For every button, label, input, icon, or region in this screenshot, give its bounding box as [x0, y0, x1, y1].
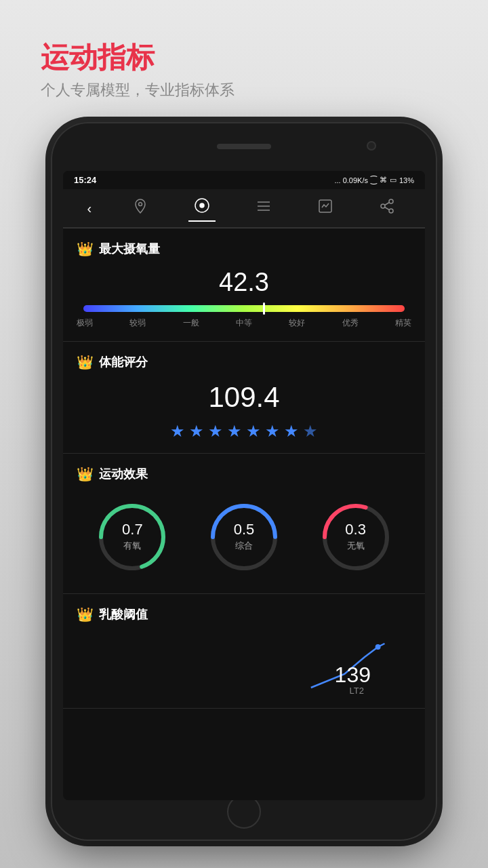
svg-point-9: [389, 209, 393, 213]
star-6: ★: [265, 422, 280, 441]
comprehensive-center: 0.5 综合: [234, 522, 255, 552]
vo2max-value: 42.3: [77, 268, 411, 297]
comprehensive-circle-container: 0.5 综合: [207, 500, 281, 574]
phone-frame: 15:24 ... 0.09K/s ⁐ ⌘ ▭ 13% ‹: [51, 122, 437, 841]
phone-screen: 15:24 ... 0.09K/s ⁐ ⌘ ▭ 13% ‹: [63, 171, 425, 800]
exercise-effect-section: 👑 运动效果 0.7 有氧: [63, 454, 425, 594]
aerobic-circle: 0.7 有氧: [95, 500, 169, 574]
fitness-score-value: 109.4: [77, 381, 411, 414]
svg-line-10: [385, 208, 390, 210]
svg-point-2: [200, 203, 204, 208]
label-5: 优秀: [342, 317, 359, 329]
star-1: ★: [170, 422, 185, 441]
nav-chart-icon[interactable]: [312, 195, 339, 221]
aerobic-label: 有氧: [122, 540, 143, 552]
star-8: ★: [303, 422, 318, 441]
lactate-threshold-label: LT2: [350, 686, 364, 696]
gradient-labels: 极弱 较弱 一般 中等 较好 优秀 精英: [77, 317, 411, 329]
status-bar: 15:24 ... 0.09K/s ⁐ ⌘ ▭ 13%: [63, 171, 425, 189]
nav-list-icon[interactable]: [250, 195, 277, 221]
comprehensive-circle: 0.5 综合: [207, 500, 281, 574]
wifi-icon: ⌘: [380, 176, 387, 184]
battery-icon: ▭: [390, 176, 396, 184]
lactate-chart-area: 139 LT2: [77, 633, 411, 701]
comprehensive-label: 综合: [234, 540, 255, 552]
stars-row: ★ ★ ★ ★ ★ ★ ★ ★: [77, 422, 411, 441]
app-subtitle: 个人专属模型，专业指标体系: [41, 80, 235, 100]
anaerobic-circle-container: 0.3 无氧: [319, 500, 393, 574]
app-title: 运动指标: [41, 41, 235, 75]
lactate-section: 👑 乳酸阈值 139 LT2: [63, 594, 425, 709]
svg-point-18: [375, 644, 381, 650]
phone-speaker: [217, 144, 271, 149]
bluetooth-icon: ⁐: [371, 176, 377, 184]
lactate-value: 139: [335, 663, 371, 688]
back-button[interactable]: ‹: [87, 201, 92, 216]
anaerobic-value: 0.3: [345, 522, 366, 537]
crown-icon-vo2max: 👑: [77, 241, 94, 257]
star-3: ★: [208, 422, 223, 441]
nav-share-icon[interactable]: [373, 195, 401, 221]
comprehensive-value: 0.5: [234, 522, 255, 537]
star-4: ★: [227, 422, 242, 441]
star-5: ★: [246, 422, 261, 441]
label-1: 较弱: [129, 317, 146, 329]
screen-content[interactable]: 👑 最大摄氧量 42.3 极弱 较弱 一般 中等 较好 优秀 精英: [63, 229, 425, 797]
anaerobic-label: 无氧: [345, 540, 366, 552]
crown-icon-fitness: 👑: [77, 354, 94, 370]
vo2max-title: 👑 最大摄氧量: [77, 241, 411, 257]
network-status: ... 0.09K/s: [334, 176, 368, 184]
label-6: 精英: [395, 317, 411, 329]
vo2max-section: 👑 最大摄氧量 42.3 极弱 较弱 一般 中等 较好 优秀 精英: [63, 229, 425, 342]
anaerobic-center: 0.3 无氧: [345, 522, 366, 552]
fitness-score-section: 👑 体能评分 109.4 ★ ★ ★ ★ ★ ★ ★ ★: [63, 342, 425, 454]
crown-icon-lactate: 👑: [77, 606, 94, 623]
aerobic-center: 0.7 有氧: [122, 522, 143, 552]
aerobic-circle-container: 0.7 有氧: [95, 500, 169, 574]
svg-line-11: [385, 203, 390, 205]
anaerobic-circle: 0.3 无氧: [319, 500, 393, 574]
label-3: 中等: [236, 317, 252, 329]
phone-camera: [367, 141, 376, 151]
fitness-score-title: 👑 体能评分: [77, 354, 411, 370]
nav-bar: ‹: [63, 189, 425, 229]
status-time: 15:24: [74, 175, 96, 185]
label-0: 极弱: [77, 317, 93, 329]
svg-point-7: [389, 199, 393, 203]
exercise-effect-title: 👑 运动效果: [77, 466, 411, 482]
lactate-title: 👑 乳酸阈值: [77, 606, 411, 623]
nav-activity-icon[interactable]: [188, 195, 216, 222]
aerobic-value: 0.7: [122, 522, 143, 537]
top-header: 运动指标 个人专属模型，专业指标体系: [41, 41, 235, 100]
gradient-bar-container: [83, 305, 405, 312]
svg-point-0: [138, 203, 142, 206]
effect-circles: 0.7 有氧 0.5: [77, 493, 411, 581]
gradient-bar: [83, 305, 405, 312]
nav-map-icon[interactable]: [127, 195, 154, 221]
label-4: 较好: [289, 317, 305, 329]
crown-icon-effect: 👑: [77, 466, 94, 482]
svg-point-8: [381, 204, 385, 208]
gradient-indicator: [263, 302, 265, 315]
label-2: 一般: [183, 317, 199, 329]
battery-percent: 13%: [399, 176, 414, 184]
status-right: ... 0.09K/s ⁐ ⌘ ▭ 13%: [334, 176, 414, 184]
star-2: ★: [189, 422, 204, 441]
star-7: ★: [284, 422, 299, 441]
